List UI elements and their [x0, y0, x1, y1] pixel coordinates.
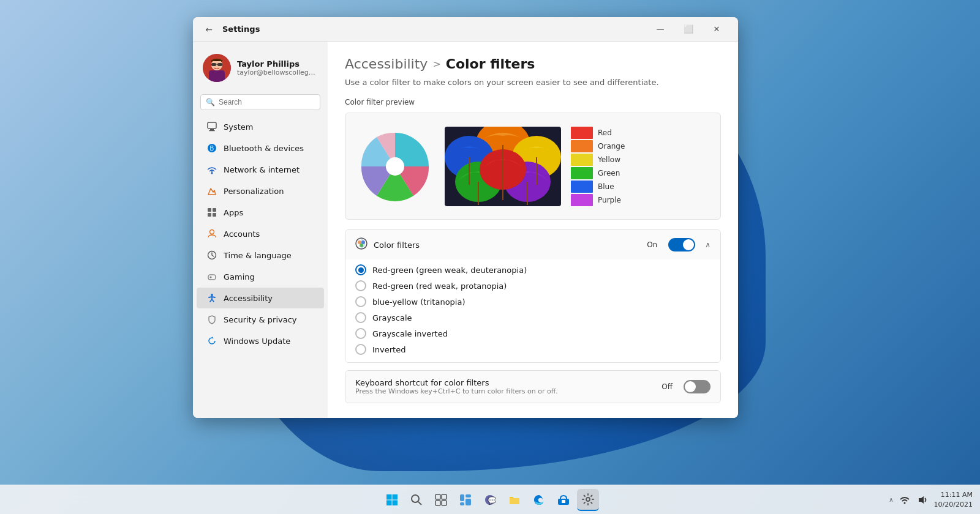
sys-tray-arrow[interactable]: ∧ [889, 496, 893, 503]
taskbar-explorer[interactable] [503, 489, 526, 511]
taskbar-clock[interactable]: 11:11 AM 10/20/2021 [934, 490, 973, 509]
search-input[interactable] [219, 98, 315, 106]
bluetooth-icon: B [206, 143, 217, 154]
user-email: taylor@bellowscollege.com [237, 69, 318, 76]
svg-rect-4 [211, 63, 216, 66]
keyboard-shortcut-toggle[interactable] [684, 380, 710, 393]
radio-grayscale[interactable]: Grayscale [355, 312, 710, 323]
sidebar-item-security[interactable]: Security & privacy [197, 309, 324, 330]
svg-point-50 [412, 495, 419, 502]
avatar [203, 54, 231, 82]
sidebar-item-bluetooth[interactable]: B Bluetooth & devices [197, 138, 324, 158]
label-green: Green [598, 167, 625, 179]
taskbar-widgets[interactable] [454, 489, 477, 511]
label-purple: Purple [598, 194, 625, 206]
accounts-icon [206, 228, 217, 239]
sidebar-label-personalization: Personalization [224, 187, 284, 196]
minimize-button[interactable]: — [646, 20, 674, 39]
sidebar-label-system: System [224, 122, 253, 132]
clock-time: 11:11 AM [934, 490, 973, 499]
user-profile[interactable]: Taylor Phillips taylor@bellowscollege.co… [193, 49, 328, 92]
taskbar-speaker[interactable] [916, 493, 930, 507]
sidebar-item-accounts[interactable]: Accounts [197, 223, 324, 244]
sidebar-label-network: Network & internet [224, 165, 300, 174]
label-red: Red [598, 127, 625, 139]
sidebar: Taylor Phillips taylor@bellowscollege.co… [193, 42, 328, 418]
svg-point-12 [211, 173, 213, 174]
radio-deuteranopia[interactable]: Red-green (green weak, deuteranopia) [355, 264, 710, 275]
shortcut-title: Keyboard shortcut for color filters [355, 378, 655, 387]
breadcrumb-separator: > [432, 58, 440, 70]
svg-point-44 [361, 240, 365, 244]
radio-grayscale-inverted[interactable]: Grayscale inverted [355, 328, 710, 339]
svg-rect-13 [208, 208, 211, 212]
svg-rect-15 [208, 213, 211, 217]
svg-rect-9 [209, 130, 215, 131]
window-title: Settings [222, 24, 641, 34]
color-filters-toggle[interactable] [668, 238, 695, 251]
svg-rect-46 [386, 494, 392, 500]
search-icon: 🔍 [206, 98, 215, 106]
color-filters-status: On [647, 240, 657, 249]
svg-rect-55 [442, 501, 447, 505]
settings-window: ← Settings — ⬜ ✕ [193, 17, 738, 418]
color-filters-label: Color filters [374, 240, 641, 250]
svg-rect-48 [386, 500, 392, 505]
sidebar-item-system[interactable]: System [197, 116, 324, 137]
radio-inverted[interactable]: Inverted [355, 344, 710, 355]
svg-text:💬: 💬 [488, 496, 496, 505]
search-box[interactable]: 🔍 [200, 94, 320, 110]
sidebar-label-security: Security & privacy [224, 315, 297, 324]
svg-rect-8 [210, 129, 214, 130]
accessibility-icon [206, 292, 217, 304]
radio-circle-grayscale-inverted [355, 328, 366, 339]
close-button[interactable]: ✕ [703, 20, 731, 39]
shortcut-desc: Press the Windows key+Ctrl+C to turn col… [355, 387, 655, 395]
sidebar-item-time[interactable]: Time & language [197, 245, 324, 266]
preview-box: Red Orange Yellow Green Blue Purple [345, 113, 721, 220]
sidebar-item-apps[interactable]: Apps [197, 202, 324, 223]
swatch-column [571, 127, 593, 206]
shortcut-header[interactable]: Keyboard shortcut for color filters Pres… [345, 371, 720, 403]
apps-icon [206, 207, 217, 218]
sidebar-item-update[interactable]: Windows Update [197, 330, 324, 351]
svg-point-17 [210, 230, 214, 234]
svg-rect-47 [393, 494, 398, 500]
sidebar-item-accessibility[interactable]: Accessibility [197, 288, 324, 308]
radio-circle-inverted [355, 344, 366, 355]
expand-chevron: ∧ [705, 240, 710, 249]
svg-rect-16 [213, 213, 216, 217]
back-button[interactable]: ← [200, 21, 217, 38]
keyboard-shortcut-section: Keyboard shortcut for color filters Pres… [345, 370, 721, 403]
gaming-icon [206, 271, 217, 282]
radio-tritanopia[interactable]: blue-yellow (tritanopia) [355, 296, 710, 307]
user-name: Taylor Phillips [237, 59, 318, 69]
maximize-button[interactable]: ⬜ [674, 20, 703, 39]
taskbar-settings-active[interactable] [577, 489, 599, 511]
sidebar-item-network[interactable]: Network & internet [197, 159, 324, 180]
taskbar-edge[interactable] [528, 489, 550, 511]
taskbar-wifi[interactable] [897, 493, 912, 507]
taskbar-chat[interactable]: 💬 [479, 489, 501, 511]
radio-options: Red-green (green weak, deuteranopia) Red… [345, 259, 720, 362]
breadcrumb-parent[interactable]: Accessibility [345, 56, 428, 72]
taskbar-start[interactable] [381, 489, 403, 511]
svg-point-27 [386, 157, 404, 176]
taskbar-store[interactable] [552, 489, 575, 511]
taskbar-taskview[interactable] [430, 489, 452, 511]
shortcut-status: Off [662, 382, 673, 391]
radio-protanopia[interactable]: Red-green (red weak, protanopia) [355, 280, 710, 291]
taskbar-search[interactable] [405, 489, 428, 511]
svg-rect-2 [209, 70, 225, 82]
sidebar-item-personalization[interactable]: Personalization [197, 181, 324, 201]
radio-circle-tritanopia [355, 296, 366, 307]
main-content: Accessibility > Color filters Use a colo… [328, 42, 738, 418]
title-bar: ← Settings — ⬜ ✕ [193, 17, 738, 42]
sidebar-item-gaming[interactable]: Gaming [197, 266, 324, 287]
radio-circle-protanopia [355, 280, 366, 291]
svg-rect-52 [435, 494, 440, 499]
color-filters-header[interactable]: Color filters On ∧ [345, 230, 720, 259]
breadcrumb-current: Color filters [446, 56, 535, 72]
clock-date: 10/20/2021 [934, 500, 973, 509]
svg-rect-23 [209, 277, 212, 278]
